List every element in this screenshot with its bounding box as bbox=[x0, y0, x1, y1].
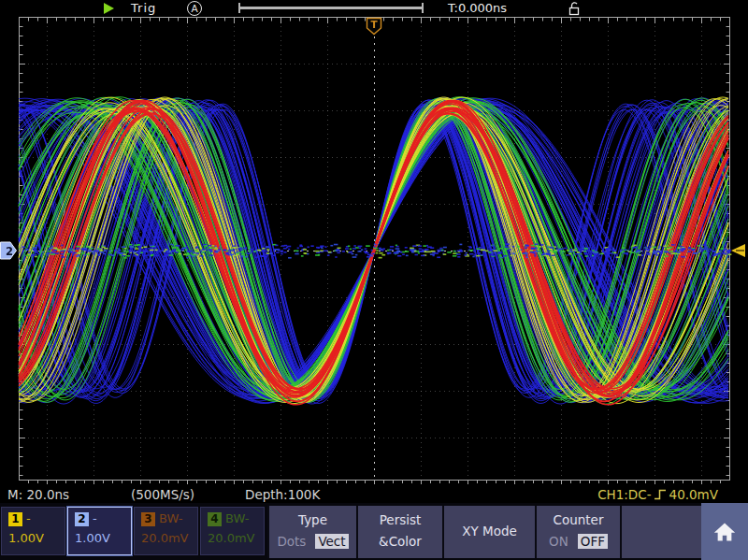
run-play-icon bbox=[104, 3, 114, 14]
channel-3-button[interactable]: 3BW- 20.0mV bbox=[134, 507, 198, 555]
menu-type-button[interactable]: Type DotsVect bbox=[267, 506, 356, 558]
type-option-vect[interactable]: Vect bbox=[315, 534, 348, 549]
bottom-status-bar: M: 20.0ns (500MS/s) Depth:100K CH1:DC- 4… bbox=[0, 485, 748, 503]
channel-3-scale: 20.0mV bbox=[141, 531, 197, 545]
channel-4-badge: 4 bbox=[208, 512, 222, 526]
auto-trigger-icon: A bbox=[187, 1, 202, 16]
timebase-readout: M: 20.0ns bbox=[7, 487, 69, 502]
trigger-level-marker[interactable] bbox=[730, 243, 746, 258]
memory-position-indicator[interactable] bbox=[238, 3, 424, 13]
channel-2-button[interactable]: 2- 1.00V bbox=[67, 507, 132, 555]
trig-label: Trig bbox=[131, 1, 156, 15]
channel-4-scale: 20.0mV bbox=[208, 531, 264, 545]
home-icon bbox=[712, 521, 737, 543]
channel-1-indicator: - bbox=[26, 511, 31, 525]
menu-empty-cell bbox=[620, 506, 701, 558]
menu-type-title: Type bbox=[269, 512, 356, 527]
top-status-bar: Trig A T:0.000ns bbox=[0, 0, 748, 17]
graticule-area: 2 T bbox=[0, 17, 748, 485]
ch2-position-marker[interactable]: 2 bbox=[0, 241, 18, 260]
menu-xy-mode-title: XY Mode bbox=[444, 524, 535, 538]
menu-xy-mode-button[interactable]: XY Mode bbox=[442, 506, 535, 558]
soft-menu-bar: 1- 1.00V 2- 1.00V 3BW- 20.0mV 4BW- 20.0m… bbox=[0, 503, 748, 560]
menu-persist-button[interactable]: Persist &Color bbox=[356, 506, 442, 558]
menu-counter-button[interactable]: Counter ONOFF bbox=[535, 506, 620, 558]
channel-3-indicator: BW- bbox=[159, 511, 182, 525]
rising-edge-icon bbox=[654, 488, 668, 501]
menu-persist-title: Persist bbox=[358, 512, 442, 527]
sample-rate-readout: (500MS/s) bbox=[131, 487, 194, 502]
svg-text:2: 2 bbox=[6, 245, 13, 258]
oscilloscope-screen: Trig A T:0.000ns 2 T M: 20.0ns (500MS/s bbox=[0, 0, 748, 560]
counter-option-on[interactable]: ON bbox=[549, 534, 568, 549]
memory-depth-readout: Depth:100K bbox=[245, 487, 320, 502]
channel-2-badge: 2 bbox=[75, 512, 89, 526]
menu-counter-title: Counter bbox=[537, 512, 620, 527]
channel-1-scale: 1.00V bbox=[8, 531, 65, 545]
counter-option-off[interactable]: OFF bbox=[578, 534, 608, 549]
waveform-display bbox=[0, 17, 748, 485]
menu-persist-subtitle: &Color bbox=[358, 534, 442, 549]
svg-text:T: T bbox=[371, 19, 379, 30]
type-option-dots[interactable]: Dots bbox=[277, 534, 306, 549]
trigger-source-coupling: CH1:DC- bbox=[597, 487, 651, 502]
channel-2-scale: 1.00V bbox=[75, 531, 131, 545]
channel-2-indicator: - bbox=[93, 511, 97, 525]
home-button[interactable] bbox=[701, 503, 748, 560]
trigger-level-readout: 40.0mV bbox=[669, 487, 718, 502]
trigger-position-marker[interactable]: T bbox=[366, 17, 382, 36]
channel-1-badge: 1 bbox=[8, 512, 22, 526]
channel-4-button[interactable]: 4BW- 20.0mV bbox=[200, 507, 265, 555]
trigger-readout: CH1:DC- 40.0mV bbox=[597, 487, 718, 502]
channel-4-indicator: BW- bbox=[225, 511, 249, 525]
channel-1-button[interactable]: 1- 1.00V bbox=[1, 507, 65, 555]
channel-3-badge: 3 bbox=[141, 512, 155, 526]
trigger-offset-readout: T:0.000ns bbox=[448, 1, 507, 15]
